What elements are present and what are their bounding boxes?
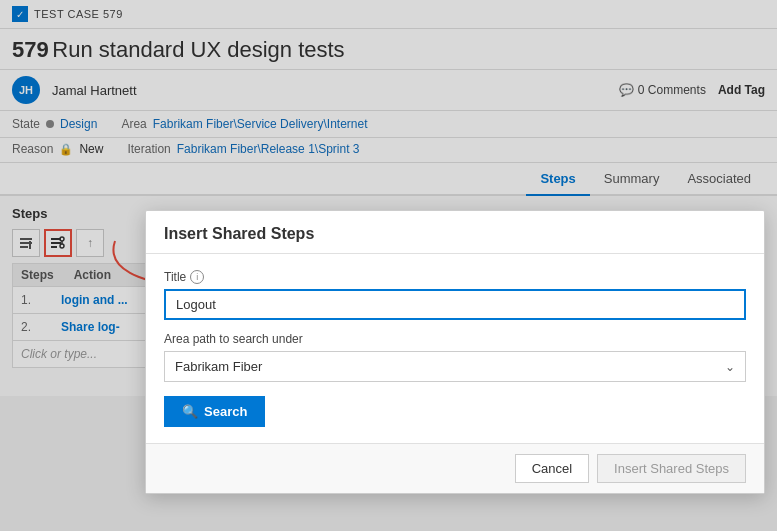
chevron-down-icon: ⌄ [725,360,735,374]
area-path-select[interactable]: Fabrikam Fiber ⌄ [164,351,746,382]
area-field-label: Area path to search under [164,332,746,346]
area-path-value: Fabrikam Fiber [175,359,262,374]
insert-shared-steps-button[interactable]: Insert Shared Steps [597,454,746,483]
title-field-label: Title i [164,270,746,284]
modal-overlay: Insert Shared Steps Title i Area path to… [0,0,777,531]
modal-footer: Cancel Insert Shared Steps [146,443,764,493]
search-icon: 🔍 [182,404,198,419]
search-button[interactable]: 🔍 Search [164,396,265,427]
modal-dialog: Insert Shared Steps Title i Area path to… [145,210,765,494]
search-button-label: Search [204,404,247,419]
title-input[interactable] [164,289,746,320]
modal-body: Title i Area path to search under Fabrik… [146,254,764,443]
cancel-button[interactable]: Cancel [515,454,589,483]
title-info-icon: i [190,270,204,284]
modal-title: Insert Shared Steps [146,211,764,254]
